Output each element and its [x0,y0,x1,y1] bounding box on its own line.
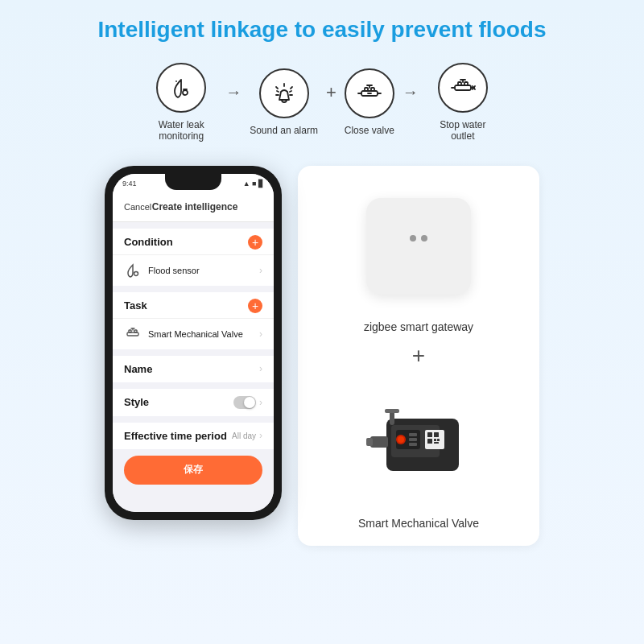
svg-rect-35 [427,432,432,437]
phone-mockup: 9:41 ▲ ■ ▊ Cancel Create intelligence Co… [105,166,282,520]
task-chevron-icon: › [259,328,262,340]
svg-rect-37 [427,439,432,444]
svg-rect-23 [134,330,137,332]
svg-rect-36 [434,432,439,437]
flow-arrow-2: → [402,83,419,101]
flood-sensor-icon [124,262,142,279]
svg-point-30 [398,436,404,443]
phone-time: 9:41 [122,180,137,188]
svg-rect-33 [409,443,417,446]
leak-icon-circle [156,63,206,113]
phone-condition-title: Condition [124,236,173,248]
flow-item-alarm: Sound an alarm [250,68,318,136]
phone-task-row[interactable]: Smart Mechanical Valve › [113,318,274,349]
phone-task-section: Task + [113,292,274,349]
valve-product-svg [354,402,483,483]
svg-rect-44 [385,409,399,413]
gateway-dots [410,235,427,242]
phone-screen: 9:41 ▲ ■ ▊ Cancel Create intelligence Co… [113,174,274,512]
phone-condition-section: Condition + Flood sensor › [113,229,274,286]
style-chevron-icon: › [259,397,262,408]
phone-task-header: Task + [113,292,274,318]
svg-rect-13 [464,82,468,85]
phone-notch [165,174,221,190]
flow-item-stop: Stop water outlet [427,63,499,142]
phone-effective-label: Effective time period [124,430,227,442]
flow-label-valve: Close valve [345,125,394,136]
svg-rect-22 [129,330,131,332]
valve-device-icon [124,325,142,343]
phone-task-add-btn[interactable]: + [248,299,262,313]
gateway-image-box [354,182,483,311]
phone-style-row[interactable]: Style › [113,389,274,416]
phone-style-label: Style [124,396,149,408]
gateway-dot-1 [410,235,416,242]
svg-rect-42 [366,438,373,446]
gateway-device [366,198,471,295]
svg-rect-6 [371,88,374,91]
phone-name-row[interactable]: Name › [113,356,274,382]
svg-rect-40 [434,442,439,444]
phone-name-right: › [259,363,262,374]
name-chevron-icon: › [259,363,262,374]
phone-body: Condition + Flood sensor › [113,222,274,512]
stop-icon-circle [438,63,488,113]
flow-plus: + [326,82,336,103]
phone-effective-right: All day › [232,430,262,441]
leak-svg-icon [168,75,194,101]
flow-label-stop: Stop water outlet [427,119,499,142]
main-content: 9:41 ▲ ■ ▊ Cancel Create intelligence Co… [16,166,628,546]
phone-condition-header: Condition + [113,229,274,254]
phone-toggle-dot [244,397,255,408]
effective-chevron-icon: › [259,430,262,441]
phone-style-toggle[interactable] [233,396,256,409]
alarm-icon-circle [259,68,309,118]
svg-rect-39 [437,439,440,441]
svg-rect-31 [409,433,417,436]
valve-icon-circle [345,68,394,118]
svg-rect-32 [409,438,417,441]
phone-nav-title: Create intelligence [152,201,238,213]
flow-label-alarm: Sound an alarm [250,125,318,136]
phone-effective-row[interactable]: Effective time period All day › [113,423,274,449]
phone-status-icons: ▲ ■ ▊ [243,180,264,188]
page: Intelligent linkage to easily prevent fl… [0,0,644,644]
valve-image-box [354,378,483,507]
valve-product-label: Smart Mechanical Valve [358,517,479,530]
alarm-svg-icon [271,80,297,106]
flow-label-leak: Water leak monitoring [145,119,217,142]
product-plus-divider: + [412,343,425,369]
phone-name-label: Name [124,363,152,375]
phone-save-btn[interactable]: 保存 [124,456,262,485]
flow-item-valve: Close valve [345,68,394,136]
product-panel: zigbee smart gateway + [298,166,539,546]
flood-sensor-label: Flood sensor [148,266,253,275]
phone-allday-value: All day [232,431,256,440]
svg-rect-38 [434,439,436,441]
svg-point-20 [134,271,138,275]
condition-chevron-icon: › [259,265,262,276]
main-title: Intelligent linkage to easily prevent fl… [97,16,546,43]
flow-item-leak: Water leak monitoring [145,63,217,142]
svg-rect-41 [370,436,388,448]
flow-diagram: Water leak monitoring → Sound an alarm [145,63,499,142]
stop-svg-icon [450,75,476,101]
valve-label: Smart Mechanical Valve [148,329,253,339]
valve-svg-icon [357,80,382,106]
phone-cancel-btn[interactable]: Cancel [124,202,151,212]
phone-condition-row[interactable]: Flood sensor › [113,254,274,286]
svg-rect-5 [365,88,368,91]
phone-task-title: Task [124,299,147,312]
gateway-label: zigbee smart gateway [364,320,473,333]
flow-arrow-1: → [225,83,242,101]
phone-style-right: › [233,396,262,409]
phone-condition-add-btn[interactable]: + [248,235,262,250]
phone-nav-bar: Cancel Create intelligence [113,193,274,222]
svg-rect-11 [455,85,471,90]
svg-point-1 [183,90,188,95]
svg-rect-12 [458,82,461,85]
gateway-dot-2 [421,235,427,242]
